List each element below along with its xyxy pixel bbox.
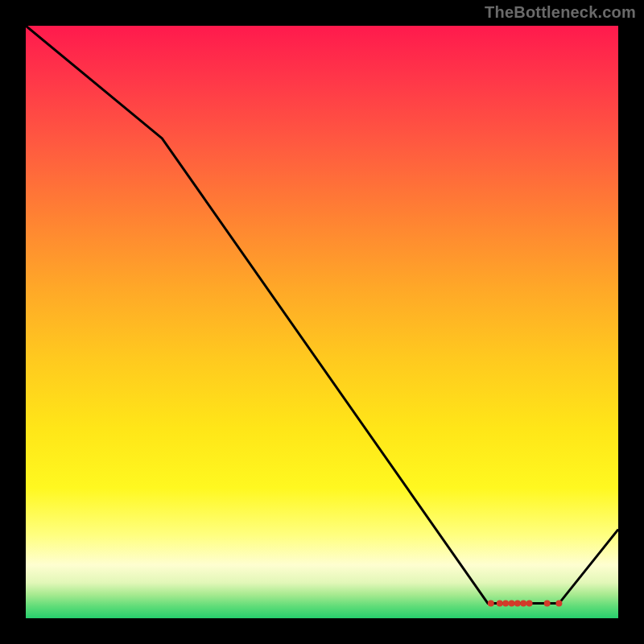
- data-marker: [509, 601, 515, 607]
- data-marker: [514, 601, 521, 607]
- data-marker: [544, 601, 551, 607]
- data-marker: [555, 601, 562, 607]
- chart-stage: TheBottleneck.com: [0, 0, 644, 644]
- data-marker: [502, 601, 509, 607]
- data-marker: [488, 601, 494, 607]
- chart-svg: [26, 26, 618, 618]
- data-marker: [497, 601, 503, 607]
- series-line: [26, 26, 618, 604]
- watermark-text: TheBottleneck.com: [485, 3, 636, 22]
- data-marker: [520, 601, 526, 607]
- plot-area: [24, 24, 620, 620]
- data-marker: [526, 601, 533, 607]
